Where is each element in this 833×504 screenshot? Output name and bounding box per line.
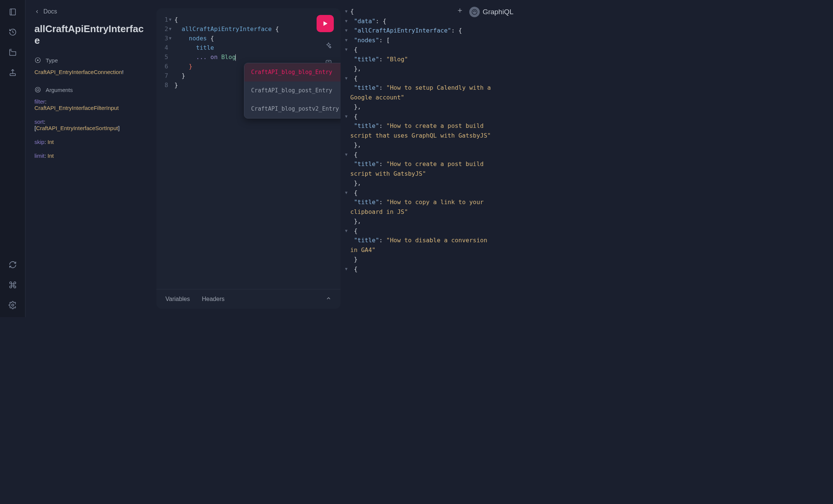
argument-row[interactable]: limit: Int: [34, 153, 147, 159]
docs-back-label: Docs: [43, 8, 57, 15]
svg-point-13: [472, 9, 477, 15]
argument-row[interactable]: sort:[CraftAPI_EntryInterfaceSortInput]: [34, 119, 147, 131]
svg-point-5: [37, 60, 39, 61]
argument-row[interactable]: filter:CraftAPI_EntryInterfaceFilterInpu…: [34, 98, 147, 111]
sidebar-rail: [0, 0, 25, 317]
tab-headers[interactable]: Headers: [202, 296, 225, 302]
docs-title: allCraftApiEntryInterface: [34, 23, 147, 46]
shortcuts-icon[interactable]: [8, 280, 17, 289]
type-value[interactable]: CraftAPI_EntryInterfaceConnection!: [34, 69, 147, 75]
results-panel: GraphiQL ▼{▼ "data": {▼ "allCraftApiEntr…: [341, 0, 524, 317]
docs-panel: Docs allCraftApiEntryInterface Type Craf…: [25, 0, 156, 317]
autocomplete-item[interactable]: CraftAPI_blog_post_Entry: [244, 82, 341, 100]
type-heading: Type: [34, 57, 147, 64]
settings-icon[interactable]: [8, 301, 17, 310]
svg-rect-0: [10, 9, 15, 15]
svg-point-7: [37, 89, 39, 91]
chevron-up-icon[interactable]: [326, 295, 332, 303]
result-viewer[interactable]: ▼{▼ "data": {▼ "allCraftApiEntryInterfac…: [342, 7, 516, 274]
refresh-icon[interactable]: [8, 260, 17, 269]
autocomplete-item[interactable]: CraftAPI_blog_postv2_Entry: [244, 100, 341, 118]
arguments-heading: Arguments: [34, 86, 147, 93]
graphiql-logo: GraphiQL: [469, 7, 513, 17]
export-icon[interactable]: [8, 68, 17, 77]
svg-point-6: [35, 87, 40, 92]
add-tab-icon[interactable]: [457, 7, 463, 17]
svg-rect-2: [10, 74, 15, 76]
docs-icon[interactable]: [8, 7, 17, 16]
autocomplete-item[interactable]: CraftAPI_blog_blog_Entry: [244, 63, 341, 82]
query-editor[interactable]: 1 ▼2 ▼3 ▼4 5 6 7 8 { allCraftApiEntryInt…: [156, 8, 341, 289]
explorer-icon[interactable]: [8, 48, 17, 57]
docs-back-button[interactable]: Docs: [34, 8, 147, 15]
editor-bottom-tabs: Variables Headers: [156, 289, 341, 309]
query-editor-card: 1 ▼2 ▼3 ▼4 5 6 7 8 { allCraftApiEntryInt…: [156, 8, 341, 309]
svg-point-3: [12, 304, 14, 306]
autocomplete-popup: CraftAPI_blog_blog_EntryCraftAPI_blog_po…: [244, 63, 341, 119]
tab-variables[interactable]: Variables: [165, 296, 190, 302]
argument-row[interactable]: skip: Int: [34, 139, 147, 145]
history-icon[interactable]: [8, 28, 17, 37]
